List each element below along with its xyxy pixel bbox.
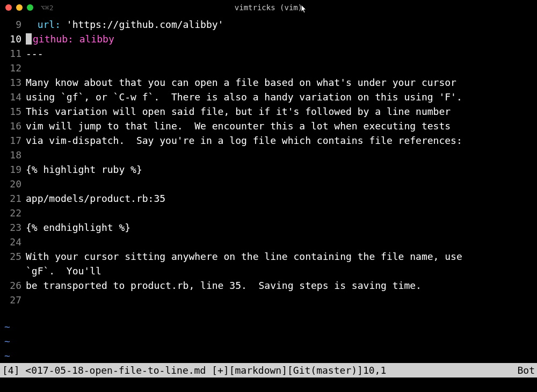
statusline-right: Bot <box>517 363 535 378</box>
line-content[interactable]: {% highlight ruby %} <box>26 162 537 177</box>
text-segment: {% endhighlight %} <box>26 222 130 233</box>
line-content[interactable] <box>26 61 537 75</box>
line-content[interactable]: url: 'https://github.com/alibby' <box>26 17 537 32</box>
editor-line[interactable]: 15This variation will open said file, bu… <box>0 104 537 119</box>
text-segment: Many know about that you can open a file… <box>26 77 456 88</box>
text-segment: vim will jump to that line. We encounter… <box>26 120 451 132</box>
line-number: 15 <box>0 104 26 119</box>
text-segment: app/models/product.rb:35 <box>26 193 165 204</box>
editor-line[interactable]: 9 url: 'https://github.com/alibby' <box>0 17 537 32</box>
line-number: 12 <box>0 61 26 75</box>
line-number: 19 <box>0 162 26 177</box>
traffic-lights <box>5 4 33 11</box>
text-segment: With your cursor sitting anywhere on the… <box>26 251 462 262</box>
maximize-button[interactable] <box>27 4 33 11</box>
line-content[interactable] <box>26 206 537 220</box>
text-segment: This variation will open said file, but … <box>26 106 451 117</box>
line-number: 10 <box>0 32 26 46</box>
text-segment: 'https://github.com/alibby' <box>67 19 224 30</box>
line-content[interactable] <box>26 177 537 191</box>
editor-line[interactable]: 22 <box>0 206 537 220</box>
text-segment: via vim-dispatch. Say you're in a log fi… <box>26 135 462 146</box>
editor-area[interactable]: 9 url: 'https://github.com/alibby'10gith… <box>0 15 537 392</box>
line-number: 24 <box>0 235 26 249</box>
line-content[interactable] <box>26 235 537 249</box>
line-content[interactable]: With your cursor sitting anywhere on the… <box>26 249 537 264</box>
line-number: 20 <box>0 177 26 191</box>
line-content[interactable]: {% endhighlight %} <box>26 220 537 235</box>
titlebar-shortcut: ⌥⌘2 <box>41 4 53 12</box>
line-number: 27 <box>0 293 26 307</box>
text-segment: url: <box>26 19 67 30</box>
tilde-lines: ~~~ <box>0 320 537 363</box>
line-content[interactable] <box>26 148 537 162</box>
line-content[interactable]: be transported to product.rb, line 35. S… <box>26 278 537 293</box>
minimize-button[interactable] <box>16 4 23 11</box>
editor-lines[interactable]: 9 url: 'https://github.com/alibby'10gith… <box>0 17 537 320</box>
text-segment: --- <box>26 48 43 59</box>
line-number: 14 <box>0 90 26 104</box>
editor-line[interactable]: 26be transported to product.rb, line 35.… <box>0 278 537 293</box>
block-cursor <box>26 33 32 45</box>
editor-line[interactable]: 12 <box>0 61 537 75</box>
editor-line[interactable]: 16vim will jump to that line. We encount… <box>0 119 537 133</box>
line-number: 25 <box>0 249 26 264</box>
line-number: 17 <box>0 133 26 148</box>
line-number: 23 <box>0 220 26 235</box>
window-title: vimtricks (vim) <box>235 3 302 12</box>
tilde-line: ~ <box>0 349 537 363</box>
text-segment: {% highlight ruby %} <box>26 164 142 175</box>
text-segment: github: alibby <box>33 33 114 45</box>
editor-line[interactable]: 10github: alibby <box>0 32 537 46</box>
line-number: 16 <box>0 119 26 133</box>
line-content[interactable]: --- <box>26 46 537 61</box>
line-content[interactable]: app/models/product.rb:35 <box>26 191 537 206</box>
line-number: 18 <box>0 148 26 162</box>
tilde-line: ~ <box>0 320 537 334</box>
editor-line[interactable]: 19{% highlight ruby %} <box>0 162 537 177</box>
line-content[interactable]: github: alibby <box>26 32 537 46</box>
line-content[interactable]: This variation will open said file, but … <box>26 104 537 119</box>
editor-line[interactable]: 21app/models/product.rb:35 <box>0 191 537 206</box>
line-number: 26 <box>0 278 26 293</box>
statusline-left: [4] <017-05-18-open-file-to-line.md [+][… <box>2 363 517 378</box>
line-number: 22 <box>0 206 26 220</box>
editor-line[interactable]: 17via vim-dispatch. Say you're in a log … <box>0 133 537 148</box>
editor-line[interactable]: 18 <box>0 148 537 162</box>
editor-line[interactable]: 23{% endhighlight %} <box>0 220 537 235</box>
line-content[interactable]: vim will jump to that line. We encounter… <box>26 119 537 133</box>
command-line[interactable] <box>0 378 537 392</box>
close-button[interactable] <box>5 4 12 11</box>
editor-line[interactable]: 27 <box>0 293 537 307</box>
editor-line[interactable]: 11--- <box>0 46 537 61</box>
line-content[interactable] <box>26 293 537 307</box>
line-content[interactable]: using `gf`, or `C-w f`. There is also a … <box>26 90 537 104</box>
line-number: 11 <box>0 46 26 61</box>
editor-line[interactable]: 24 <box>0 235 537 249</box>
editor-line[interactable]: 20 <box>0 177 537 191</box>
line-content[interactable]: Many know about that you can open a file… <box>26 75 537 90</box>
line-number: 13 <box>0 75 26 90</box>
line-number: 9 <box>0 17 26 32</box>
terminal-window: ⌥⌘2 vimtricks (vim) 9 url: 'https://gith… <box>0 0 537 392</box>
editor-line[interactable]: 13Many know about that you can open a fi… <box>0 75 537 90</box>
editor-line[interactable]: 25With your cursor sitting anywhere on t… <box>0 249 537 264</box>
editor-line[interactable]: 14using `gf`, or `C-w f`. There is also … <box>0 90 537 104</box>
wrapped-line[interactable]: `gF`. You'll <box>26 264 537 278</box>
line-content[interactable]: via vim-dispatch. Say you're in a log fi… <box>26 133 537 148</box>
text-segment: be transported to product.rb, line 35. S… <box>26 280 422 291</box>
statusline: [4] <017-05-18-open-file-to-line.md [+][… <box>0 363 537 378</box>
text-segment: using `gf`, or `C-w f`. There is also a … <box>26 91 462 103</box>
titlebar: ⌥⌘2 vimtricks (vim) <box>0 0 537 15</box>
line-number: 21 <box>0 191 26 206</box>
tilde-line: ~ <box>0 334 537 349</box>
